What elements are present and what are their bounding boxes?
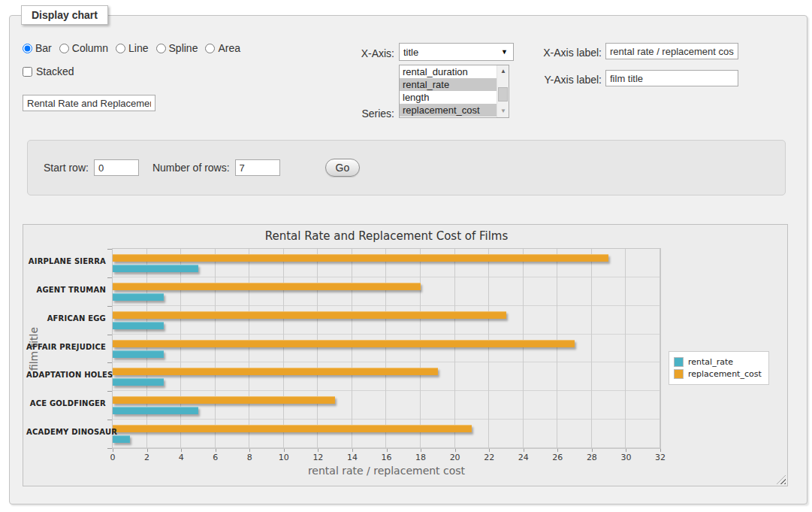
bar-rental_rate-african-egg: [113, 322, 164, 329]
y-axis-tick: [107, 391, 112, 392]
bar-replacement_cost-airplane-sierra: [113, 254, 608, 262]
fieldset-legend: Display chart: [21, 5, 108, 25]
x-axis-tick: [455, 449, 456, 452]
chart-type-option-area: Area: [205, 42, 240, 54]
x-axis-tick-label: 14: [343, 453, 362, 462]
x-axis-tick: [626, 449, 626, 452]
bar-replacement_cost-adaptation-holes: [113, 368, 438, 375]
x-axis-tick: [216, 449, 216, 452]
x-axis-tick: [524, 449, 524, 452]
display-chart-fieldset: Display chart BarColumnLineSplineArea St…: [9, 15, 807, 504]
radio-label-area: Area: [218, 42, 240, 54]
bar-rental_rate-airplane-sierra: [113, 265, 198, 272]
scroll-down-icon[interactable]: ▼: [497, 105, 509, 117]
plot-area: [112, 248, 661, 449]
x-axis-tick-label: 20: [445, 453, 465, 462]
num-rows-label: Number of rows:: [152, 162, 230, 174]
x-axis-tick-label: 0: [103, 453, 122, 462]
legend-label-rental_rate: rental_rate: [688, 357, 733, 367]
chart-type-option-spline: Spline: [156, 42, 198, 54]
bar-replacement_cost-african-egg: [113, 311, 506, 319]
x-axis-label: X-Axis:: [295, 47, 394, 59]
x-axis-tick-label: 16: [377, 453, 397, 462]
x-axis-tick-label: 4: [171, 453, 191, 462]
radio-bar[interactable]: [23, 44, 32, 53]
radio-label-line: Line: [128, 42, 148, 54]
page: Display chart BarColumnLineSplineArea St…: [0, 0, 812, 512]
legend-swatch-rental_rate: [674, 357, 684, 367]
y-axis-tick: [107, 306, 112, 307]
scrollbar-thumb[interactable]: [498, 87, 508, 101]
x-axis-tick-label: 8: [240, 453, 259, 462]
category-label: AIRPLANE SIERRA: [26, 257, 106, 268]
start-row-input[interactable]: [94, 159, 139, 176]
stacked-row: Stacked: [23, 65, 74, 77]
series-multiselect[interactable]: rental_durationrental_ratelengthreplacem…: [399, 65, 509, 118]
x-axis-tick-label: 6: [206, 453, 225, 462]
x-axis-tick: [557, 449, 558, 452]
resize-handle-icon[interactable]: [777, 475, 786, 484]
radio-label-bar: Bar: [35, 42, 52, 54]
bar-rental_rate-adaptation-holes: [113, 378, 164, 386]
radio-area[interactable]: [205, 44, 215, 53]
bar-replacement_cost-agent-truman: [113, 283, 421, 290]
category-label: ACADEMY DINOSAUR: [26, 428, 106, 438]
x-axis-tick: [352, 449, 353, 452]
chart-container: Rental Rate and Replacement Cost of Film…: [23, 224, 788, 486]
y-axis-tick: [107, 249, 112, 250]
x-axis-tick-label: 28: [582, 453, 602, 462]
chart-type-option-bar: Bar: [23, 42, 52, 54]
go-button[interactable]: Go: [325, 159, 361, 177]
x-axis-tick-label: 32: [651, 453, 670, 462]
category-label: ADAPTATION HOLES: [26, 371, 106, 381]
num-rows-input[interactable]: [235, 159, 280, 176]
legend-swatch-replacement_cost: [674, 369, 684, 379]
bar-replacement_cost-academy-dinosaur: [113, 425, 472, 432]
category-label: ACE GOLDFINGER: [26, 399, 106, 410]
x-axis-tick-label: 2: [137, 453, 157, 462]
chart-title-input[interactable]: [23, 95, 155, 111]
x-axis-tick: [489, 449, 490, 452]
y-axis-label-input[interactable]: [605, 70, 738, 86]
category-label: AFFAIR PREJUDICE: [26, 343, 106, 353]
rows-panel: Start row: Number of rows: Go: [27, 140, 786, 195]
radio-column[interactable]: [59, 44, 69, 53]
x-axis-label-input[interactable]: [605, 43, 738, 59]
radio-line[interactable]: [116, 44, 125, 53]
series-option-length[interactable]: length: [400, 91, 509, 104]
x-axis-tick: [318, 449, 318, 452]
x-axis-tick-label: 30: [616, 453, 635, 462]
x-axis-tick-label: 26: [548, 453, 567, 462]
category-label: AFRICAN EGG: [26, 314, 106, 325]
radio-label-column: Column: [72, 42, 108, 54]
x-axis-tick-label: 22: [479, 453, 499, 462]
y-axis-label-field-label: Y-Axis label:: [460, 74, 602, 86]
series-label: Series:: [295, 108, 394, 120]
y-axis-tick: [107, 277, 112, 278]
chart-title: Rental Rate and Replacement Cost of Film…: [112, 229, 661, 243]
legend-label-replacement_cost: replacement_cost: [688, 369, 762, 379]
x-axis-tick: [592, 449, 593, 452]
stacked-label: Stacked: [36, 65, 74, 77]
x-axis-label-field-label: X-Axis label:: [460, 47, 602, 59]
x-axis-tick: [660, 449, 661, 452]
chart-type-option-column: Column: [59, 42, 108, 54]
x-axis-tick: [249, 449, 250, 452]
legend-item-replacement_cost: replacement_cost: [674, 369, 762, 379]
x-axis-tick: [421, 449, 421, 452]
y-axis-tick: [107, 335, 112, 335]
radio-label-spline: Spline: [169, 42, 198, 54]
bar-replacement_cost-ace-goldfinger: [113, 396, 335, 404]
bar-rental_rate-affair-prejudice: [113, 350, 164, 358]
x-axis-tick: [284, 449, 285, 452]
y-axis-tick: [107, 420, 112, 420]
bar-rental_rate-academy-dinosaur: [113, 435, 130, 443]
series-option-replacement_cost[interactable]: replacement_cost: [400, 104, 509, 117]
y-axis-tick: [107, 362, 112, 363]
chart-type-radio-group: BarColumnLineSplineArea: [23, 42, 248, 54]
stacked-checkbox[interactable]: [23, 67, 32, 77]
radio-spline[interactable]: [156, 44, 166, 53]
x-axis-tick-label: 18: [411, 453, 430, 462]
category-label: AGENT TRUMAN: [26, 286, 106, 296]
bar-rental_rate-agent-truman: [113, 293, 164, 301]
